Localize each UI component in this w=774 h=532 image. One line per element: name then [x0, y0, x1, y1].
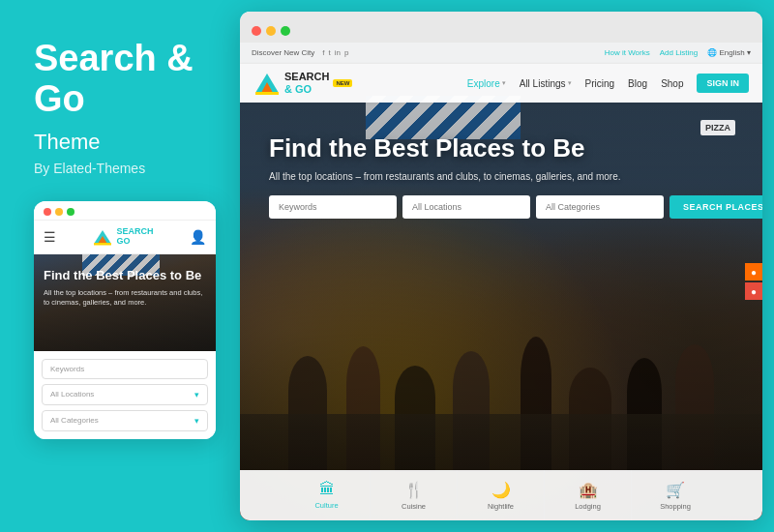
locations-input[interactable] [402, 195, 530, 219]
nav-blog[interactable]: Blog [628, 78, 647, 89]
desktop-hero: Discover New City f t in p How it Works … [240, 43, 762, 520]
dot-green [67, 208, 74, 216]
category-lodging[interactable]: 🏨 Lodging [545, 470, 632, 520]
mobile-window-dots [44, 208, 74, 216]
desktop-hero-subtitle: All the top locations – from restaurants… [269, 171, 733, 182]
mobile-mockup: ☰ SEARCH GO 👤 [34, 201, 216, 439]
desktop-logo-icon [253, 70, 281, 97]
nav-links: Explore ▾ All Listings ▾ Pricing Blog Sh… [467, 74, 749, 93]
lodging-icon: 🏨 [579, 481, 598, 499]
mobile-hero-title: Find the Best Places to Be [44, 268, 206, 283]
search-places-button[interactable]: SEARCH PLACES [670, 195, 762, 219]
main-title: Search & Go [34, 39, 211, 120]
category-bar: 🏛 Culture 🍴 Cuisine 🌙 Nightlife 🏨 Lodgin… [240, 470, 762, 520]
nav-pricing[interactable]: Pricing [585, 78, 615, 89]
language-selector[interactable]: 🌐 English ▾ [707, 48, 751, 57]
mobile-nav: ☰ SEARCH GO 👤 [34, 221, 216, 254]
topbar-left: Discover New City f t in p [252, 48, 349, 57]
mobile-categories-field[interactable]: All Categories ▾ [42, 410, 208, 431]
nightlife-label: Nightlife [488, 502, 514, 511]
dot-red [44, 208, 51, 216]
nav-explore[interactable]: Explore ▾ [467, 78, 506, 89]
mobile-hero-content: Find the Best Places to Be All the top l… [44, 268, 206, 309]
desktop-logo: SEARCH & GO NEW [253, 70, 352, 97]
desktop-search-bar: SEARCH PLACES [269, 195, 733, 219]
mobile-logo-text: SEARCH GO [116, 227, 153, 247]
desktop-nav: SEARCH & GO NEW Explore ▾ All Listings ▾… [240, 64, 762, 103]
nav-all-listings[interactable]: All Listings ▾ [520, 78, 572, 89]
pizza-sign: PIZZA [700, 120, 735, 135]
browser-chrome [240, 12, 762, 43]
mobile-hero: Find the Best Places to Be All the top l… [34, 254, 216, 351]
dot-yellow [55, 208, 63, 216]
keywords-input[interactable] [269, 195, 397, 219]
shopping-icon: 🛒 [666, 481, 685, 499]
desktop-hero-content: Find the Best Places to Be All the top l… [269, 134, 733, 230]
author-label: By Elated-Themes [34, 161, 211, 176]
topbar-right: How it Works Add Listing 🌐 English ▾ [605, 48, 751, 57]
chevron-down-icon: ▾ [194, 390, 199, 399]
logo-badge: NEW [333, 79, 352, 87]
signin-button[interactable]: SIGN IN [697, 74, 749, 93]
theme-subtitle: Theme [34, 130, 211, 155]
svg-rect-5 [255, 92, 279, 95]
mobile-user-icon[interactable]: 👤 [190, 229, 206, 245]
mobile-logo: SEARCH GO [92, 226, 153, 248]
mobile-keywords-field[interactable]: Keywords [42, 359, 208, 379]
mobile-top-bar [34, 201, 216, 221]
categories-input[interactable] [536, 195, 664, 219]
left-panel: Search & Go Theme By Elated-Themes ☰ [0, 0, 240, 532]
shopping-label: Shopping [660, 502, 691, 511]
float-btn-2[interactable]: ● [745, 282, 762, 300]
add-listing-link[interactable]: Add Listing [660, 48, 699, 57]
lodging-label: Lodging [575, 502, 601, 511]
browser-dot-green [281, 26, 290, 36]
chevron-down-icon-2: ▾ [194, 416, 199, 426]
float-btn-1[interactable]: ● [745, 263, 762, 281]
desktop-hero-title: Find the Best Places to Be [269, 134, 733, 163]
category-culture[interactable]: 🏛 Culture [283, 470, 371, 520]
topbar-social: f t in p [322, 48, 348, 57]
culture-label: Culture [314, 501, 338, 510]
browser-dot-red [252, 26, 261, 36]
nav-logo-text: SEARCH & GO [284, 71, 329, 95]
mobile-search-section: Keywords All Locations ▾ All Categories … [34, 351, 216, 439]
category-nightlife[interactable]: 🌙 Nightlife [458, 470, 545, 520]
mobile-logo-icon [92, 226, 113, 248]
discover-text: Discover New City [252, 48, 314, 57]
right-panel: Discover New City f t in p How it Works … [240, 0, 774, 532]
desktop-topbar: Discover New City f t in p How it Works … [240, 43, 762, 64]
svg-rect-2 [94, 243, 111, 246]
culture-icon: 🏛 [319, 481, 335, 498]
category-cuisine[interactable]: 🍴 Cuisine [371, 470, 458, 520]
twitter-icon[interactable]: t [329, 48, 331, 57]
nightlife-icon: 🌙 [491, 481, 511, 499]
browser-window: Discover New City f t in p How it Works … [240, 12, 762, 520]
category-shopping[interactable]: 🛒 Shopping [632, 470, 719, 520]
hamburger-icon[interactable]: ☰ [44, 229, 56, 245]
facebook-icon[interactable]: f [322, 48, 324, 57]
pinterest-icon[interactable]: p [344, 48, 348, 57]
float-buttons: ● ● [745, 263, 762, 300]
cuisine-icon: 🍴 [404, 481, 424, 499]
cuisine-label: Cuisine [402, 502, 426, 511]
browser-dot-yellow [266, 26, 276, 36]
browser-window-dots [252, 26, 290, 36]
nav-shop[interactable]: Shop [661, 78, 683, 89]
how-it-works-link[interactable]: How it Works [605, 48, 650, 57]
linkedin-icon[interactable]: in [335, 48, 341, 57]
mobile-hero-subtitle: All the top locations – from restaurants… [44, 288, 206, 309]
mobile-locations-field[interactable]: All Locations ▾ [42, 384, 208, 405]
